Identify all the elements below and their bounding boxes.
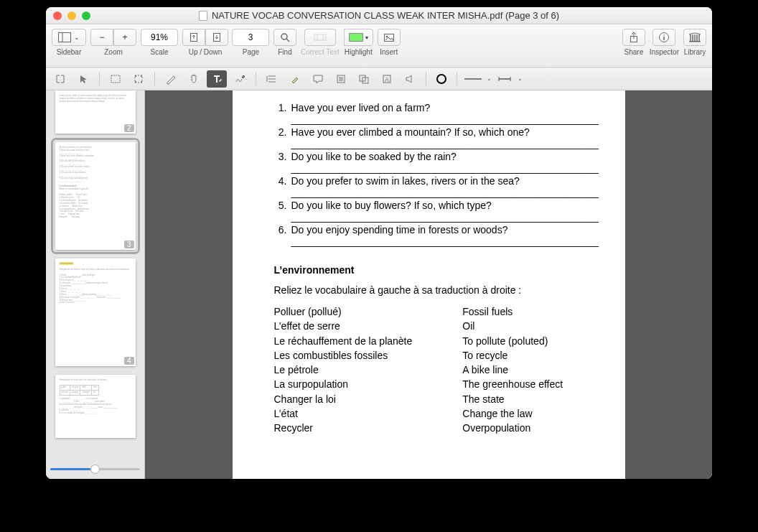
vocab-item: A bike line bbox=[462, 363, 563, 377]
text-tool[interactable] bbox=[207, 70, 227, 88]
vocab-item: To pollute (poluted) bbox=[462, 334, 563, 348]
sidebar-toggle-button[interactable]: ⌄ bbox=[52, 29, 86, 46]
question-text: Do you enjoy spending time in forests or… bbox=[291, 224, 508, 235]
draw-tool[interactable] bbox=[161, 70, 181, 88]
answer-line: ________________________________________… bbox=[291, 235, 584, 247]
inspector-button[interactable] bbox=[652, 29, 675, 46]
find-button[interactable] bbox=[273, 29, 296, 46]
answer-line: ________________________________________… bbox=[291, 162, 584, 174]
title-text: NATURE VOCAB CONVERSATION CLASS WEAK INT… bbox=[212, 10, 559, 21]
vocab-columns: Polluer (pollué) L’effet de serre Le réc… bbox=[274, 304, 584, 436]
sound-tool[interactable] bbox=[400, 70, 420, 88]
thumb-zoom-slider[interactable] bbox=[50, 463, 140, 475]
vocab-item: To recycle bbox=[462, 348, 563, 363]
question-text: Have you ever lived on a farm? bbox=[291, 102, 431, 113]
crop-tool[interactable] bbox=[128, 70, 149, 88]
pan-tool[interactable] bbox=[184, 70, 204, 88]
correct-text-button bbox=[304, 29, 336, 46]
thumb-page-5[interactable]: Remplissez le texte avec les mots dans l… bbox=[55, 375, 136, 438]
zoom-out-button[interactable]: − bbox=[90, 29, 113, 46]
vocab-item: Change the law bbox=[462, 406, 563, 421]
rect-select-tool[interactable] bbox=[106, 70, 126, 88]
svg-rect-0 bbox=[59, 33, 71, 42]
vocab-item: Le réchauffement de la planète bbox=[274, 334, 413, 348]
signature-tool[interactable] bbox=[230, 70, 250, 88]
svg-rect-26 bbox=[141, 81, 142, 83]
library-label: Library bbox=[684, 48, 706, 56]
svg-rect-21 bbox=[111, 75, 120, 83]
thumb-page-2[interactable]: Lorem ipsum dolor sit amet consectetur a… bbox=[55, 90, 136, 134]
window-title: NATURE VOCAB CONVERSATION CLASS WEAK INT… bbox=[46, 10, 712, 21]
highlight-color-button[interactable]: ▾ bbox=[344, 29, 373, 46]
vocab-item: Fossil fuels bbox=[462, 304, 563, 319]
vocab-item: The greenhouse effect bbox=[462, 377, 563, 391]
marker-tool[interactable] bbox=[285, 70, 305, 88]
highlight-label: Highlight bbox=[345, 48, 373, 56]
vocab-item: L’effet de serre bbox=[274, 319, 413, 333]
vocab-item: Polluer (pollué) bbox=[274, 304, 413, 319]
vocab-left: Polluer (pollué) L’effet de serre Le réc… bbox=[274, 304, 413, 436]
svg-point-10 bbox=[385, 36, 388, 38]
thumbnail-sidebar: Lorem ipsum dolor sit amet consectetur a… bbox=[46, 90, 145, 479]
answer-line: ________________________________________… bbox=[291, 113, 584, 125]
correct-label: Correct Text bbox=[301, 48, 340, 56]
library-button[interactable] bbox=[683, 29, 706, 46]
page-down-button[interactable] bbox=[205, 29, 228, 46]
app-window: NATURE VOCAB CONVERSATION CLASS WEAK INT… bbox=[46, 7, 712, 479]
page-number-field[interactable]: 3 bbox=[232, 29, 269, 46]
document-viewport[interactable]: 1.Have you ever lived on a farm?________… bbox=[145, 90, 712, 479]
question-list: 1.Have you ever lived on a farm?________… bbox=[274, 102, 584, 247]
pointer-tool[interactable] bbox=[73, 70, 93, 88]
svg-text:A: A bbox=[385, 76, 389, 83]
line-ends-menu[interactable]: ⌄ bbox=[495, 70, 523, 88]
text-select-tool[interactable] bbox=[50, 70, 70, 88]
svg-rect-15 bbox=[689, 41, 701, 42]
vocab-item: La surpopulation bbox=[274, 377, 413, 391]
thumb-page-3[interactable]: Answer questions to conversation1 Have y… bbox=[55, 142, 136, 250]
line-style-menu[interactable]: ⌄ bbox=[463, 70, 492, 88]
svg-rect-25 bbox=[135, 81, 136, 83]
page-label: Page bbox=[243, 48, 259, 56]
page-content: 1.Have you ever lived on a farm?________… bbox=[233, 90, 625, 479]
thumb-badge: 2 bbox=[124, 124, 134, 132]
vocab-item: Le pétrole bbox=[274, 363, 413, 377]
answer-line: ________________________________________… bbox=[291, 138, 584, 149]
fullscreen-window-button[interactable] bbox=[82, 11, 90, 20]
insert-label: Insert bbox=[380, 48, 398, 56]
copy-tool[interactable] bbox=[354, 70, 374, 88]
form-tool[interactable] bbox=[331, 70, 351, 88]
thumb-page-4[interactable]: environnementRemplissez les blancs avec … bbox=[55, 258, 136, 366]
page-up-button[interactable] bbox=[182, 29, 205, 46]
linespacing-tool[interactable] bbox=[262, 70, 282, 88]
note-tool[interactable] bbox=[308, 70, 328, 88]
question-text: Do you like to be soaked by the rain? bbox=[291, 151, 457, 162]
titlebar: NATURE VOCAB CONVERSATION CLASS WEAK INT… bbox=[46, 7, 712, 24]
zoom-in-button[interactable]: + bbox=[113, 29, 136, 46]
sidebar-label: Sidebar bbox=[57, 48, 81, 56]
insert-button[interactable] bbox=[378, 29, 401, 46]
svg-point-13 bbox=[664, 34, 665, 36]
minimize-window-button[interactable] bbox=[67, 11, 76, 20]
close-window-button[interactable] bbox=[53, 11, 62, 20]
vocab-item: Recycler bbox=[274, 421, 413, 435]
pdf-icon bbox=[199, 11, 207, 21]
answer-line: ________________________________________… bbox=[291, 187, 584, 198]
scale-label: Scale bbox=[150, 48, 168, 56]
svg-line-5 bbox=[286, 39, 289, 42]
share-button[interactable] bbox=[622, 29, 645, 46]
vocab-item: L’état bbox=[274, 406, 413, 421]
inspector-label: Inspector bbox=[650, 48, 679, 56]
section-heading: L’environnement bbox=[274, 264, 584, 276]
stroke-color-swatch[interactable] bbox=[436, 74, 446, 84]
svg-point-4 bbox=[281, 34, 287, 39]
zoom-field[interactable]: 91% bbox=[141, 29, 178, 46]
zoom-label: Zoom bbox=[104, 48, 123, 56]
svg-rect-6 bbox=[314, 34, 326, 40]
find-label: Find bbox=[278, 48, 291, 56]
document-body: Lorem ipsum dolor sit amet consectetur a… bbox=[46, 90, 712, 479]
thumb-badge: 3 bbox=[124, 241, 134, 248]
thumb-badge: 4 bbox=[124, 357, 134, 365]
svg-rect-23 bbox=[135, 75, 136, 77]
link-tool[interactable]: A bbox=[377, 70, 397, 88]
highlight-swatch bbox=[349, 33, 363, 42]
